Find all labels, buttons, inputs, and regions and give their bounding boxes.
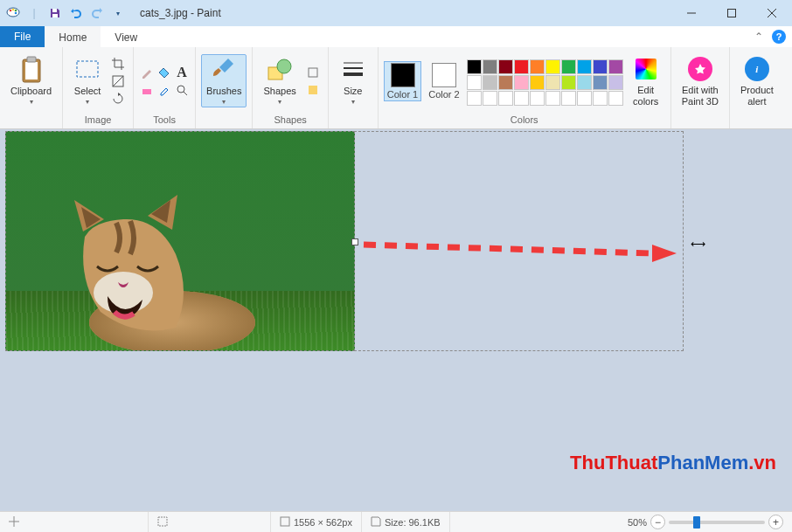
color-swatch[interactable] <box>561 91 576 106</box>
clipboard-group: Clipboard ▾ . <box>0 47 63 128</box>
svg-point-4 <box>15 12 17 15</box>
image-content[interactable] <box>5 131 355 351</box>
window-controls <box>671 0 792 26</box>
color-swatch[interactable] <box>545 91 560 106</box>
quick-access-toolbar: | ▾ <box>0 5 131 21</box>
view-tab[interactable]: View <box>101 26 151 47</box>
shape-fill-icon[interactable] <box>305 82 321 98</box>
color-swatch[interactable] <box>514 75 529 90</box>
svg-point-3 <box>15 10 17 12</box>
paste-button[interactable]: Clipboard ▾ <box>5 54 57 107</box>
rotate-icon[interactable] <box>110 91 126 107</box>
zoom-slider-thumb[interactable] <box>693 516 700 529</box>
color-swatch[interactable] <box>608 75 623 90</box>
zoom-level: 50% <box>628 517 647 528</box>
edit-colors-label: Edit colors <box>633 85 658 106</box>
help-button[interactable]: ? <box>771 26 792 47</box>
color-swatch[interactable] <box>577 75 592 90</box>
edit-colors-button[interactable]: Edit colors <box>627 53 665 107</box>
svg-rect-16 <box>142 89 151 94</box>
fill-icon[interactable] <box>156 65 172 80</box>
paint3d-icon <box>688 57 712 81</box>
color-swatch[interactable] <box>498 59 513 74</box>
color-swatch[interactable] <box>593 75 608 90</box>
image-group: Select ▾ Image <box>63 47 134 128</box>
canvas-workspace[interactable]: ⟷ ThuThuatPhanMem.vn <box>0 129 792 511</box>
maximize-button[interactable] <box>712 0 752 26</box>
zoom-in-button[interactable]: + <box>768 515 783 529</box>
color-swatch[interactable] <box>467 91 482 106</box>
magnifier-icon[interactable] <box>174 82 190 98</box>
color-swatch[interactable] <box>514 91 529 106</box>
color-swatch[interactable] <box>483 75 497 90</box>
color2-swatch <box>432 63 456 87</box>
color-swatch[interactable] <box>545 59 560 74</box>
size-group: Size ▾ . <box>329 47 379 128</box>
color-swatch[interactable] <box>530 59 545 74</box>
shape-outline-icon[interactable] <box>305 65 321 80</box>
product-alert-button[interactable]: i Product alert <box>735 53 779 107</box>
svg-rect-8 <box>728 10 736 17</box>
text-icon[interactable]: A <box>174 65 190 80</box>
color-swatch[interactable] <box>498 75 513 90</box>
color-swatch[interactable] <box>545 75 560 90</box>
disk-icon <box>371 516 381 529</box>
file-tab[interactable]: File <box>0 26 45 47</box>
undo-icon[interactable] <box>68 5 84 21</box>
color1-button[interactable]: Color 1 <box>384 61 421 101</box>
canvas[interactable] <box>5 131 355 351</box>
color-swatch[interactable] <box>467 59 482 74</box>
select-icon <box>73 56 101 84</box>
colors-group-label: Colors <box>384 113 665 127</box>
eraser-icon[interactable] <box>139 82 155 98</box>
shapes-button[interactable]: Shapes ▾ <box>258 54 301 107</box>
color-swatch[interactable] <box>530 75 545 90</box>
edit-with-paint3d-button[interactable]: Edit with Paint 3D <box>677 53 724 107</box>
minimize-button[interactable] <box>671 0 712 26</box>
color-swatch[interactable] <box>483 91 497 106</box>
color-swatch[interactable] <box>530 91 545 106</box>
color-swatch[interactable] <box>593 59 608 74</box>
svg-rect-6 <box>52 14 58 17</box>
color-swatch[interactable] <box>561 75 576 90</box>
svg-marker-30 <box>652 245 677 262</box>
zoom-out-button[interactable]: − <box>650 515 665 529</box>
svg-point-17 <box>177 86 184 93</box>
color-swatch[interactable] <box>514 59 529 74</box>
color-swatch[interactable] <box>467 75 482 90</box>
collapse-ribbon-icon[interactable]: ⌃ <box>747 26 771 47</box>
svg-rect-5 <box>52 9 57 12</box>
color2-button[interactable]: Color 2 <box>425 61 462 101</box>
resize-icon[interactable] <box>110 73 126 89</box>
color-swatch[interactable] <box>498 91 513 106</box>
zoom-slider[interactable] <box>669 521 765 524</box>
canvas-side-handle[interactable] <box>351 238 358 245</box>
color-swatch[interactable] <box>483 59 497 74</box>
zoom-cell: 50% − + <box>619 512 792 532</box>
paint-app-icon[interactable] <box>5 5 21 21</box>
color-swatch[interactable] <box>608 59 623 74</box>
brushes-button[interactable]: Brushes ▾ <box>201 54 247 107</box>
crop-icon[interactable] <box>110 56 126 72</box>
tools-group: A Tools <box>134 47 196 128</box>
redo-icon[interactable] <box>89 5 105 21</box>
svg-line-18 <box>184 92 187 95</box>
color-swatch[interactable] <box>561 59 576 74</box>
colors-group: Color 1 Color 2 Edit colors Colors <box>379 47 671 128</box>
color2-label: Color 2 <box>428 89 459 100</box>
color-picker-icon[interactable] <box>156 82 172 98</box>
size-button[interactable]: Size ▾ <box>334 54 372 107</box>
color-swatch[interactable] <box>577 91 592 106</box>
pencil-icon[interactable] <box>139 65 155 80</box>
qat-customize-dropdown[interactable]: ▾ <box>110 5 126 21</box>
close-button[interactable] <box>752 0 792 26</box>
save-icon[interactable] <box>47 5 63 21</box>
select-button[interactable]: Select ▾ <box>68 54 107 107</box>
color-swatch[interactable] <box>608 91 623 106</box>
file-size-cell: Size: 96.1KB <box>362 512 450 532</box>
ribbon: Clipboard ▾ . Select ▾ Image <box>0 47 792 129</box>
color-swatch[interactable] <box>577 59 592 74</box>
color-swatch[interactable] <box>593 91 608 106</box>
home-tab[interactable]: Home <box>45 26 101 47</box>
brush-icon <box>210 56 238 84</box>
